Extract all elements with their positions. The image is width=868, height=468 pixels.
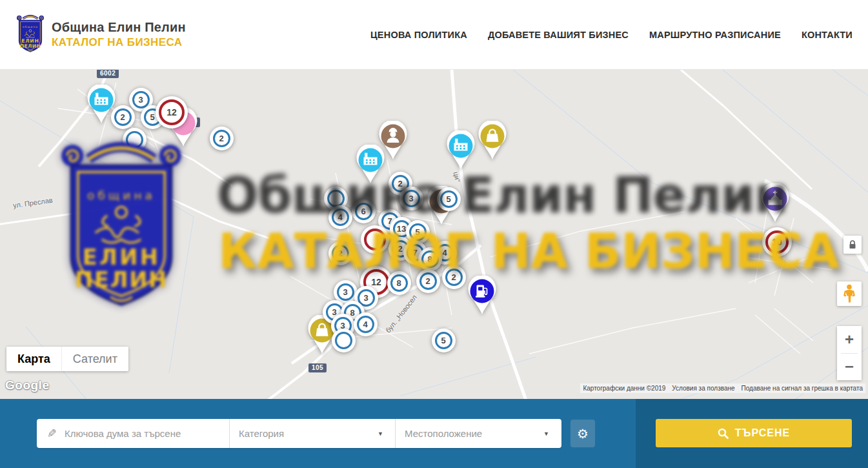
lock-icon <box>848 239 857 250</box>
road-label: 6002 <box>97 70 119 78</box>
header: община ЕЛИН ПЕЛИН Община Елин Пелин КАТА… <box>0 0 868 70</box>
cluster-marker[interactable] <box>361 225 389 254</box>
pegman-button[interactable] <box>837 281 862 306</box>
advanced-search-gear-button[interactable]: ⚙ <box>570 420 595 447</box>
category-select[interactable]: Категория ▼ <box>229 419 395 448</box>
cluster-marker[interactable]: 4 <box>328 205 352 229</box>
map-attribution: Картографски данни ©2019 Условия за полз… <box>580 383 865 393</box>
search-bar: ✎ Категория ▼ Местоположение ▼ ⚙ ТЪРСЕНЕ <box>0 399 868 468</box>
search-icon <box>718 428 729 439</box>
category-select-label: Категория <box>239 428 378 439</box>
nav-pricing-policy[interactable]: ЦЕНОВА ПОЛИТИКА <box>370 30 467 40</box>
chevron-down-icon: ▼ <box>543 431 549 437</box>
category-pin-bag[interactable] <box>476 121 509 163</box>
map-canvas[interactable]: 6002 105 ул. Преслав бул. „Новосел ци“ 3… <box>0 70 868 399</box>
cluster-marker[interactable]: 5 <box>432 329 456 352</box>
cluster-marker[interactable]: 8 <box>387 271 411 295</box>
map-type-control: Карта Сателит <box>6 347 128 371</box>
search-input-group: ✎ Категория ▼ Местоположение ▼ <box>37 419 561 448</box>
cluster-marker[interactable] <box>123 128 146 152</box>
location-select-label: Местоположение <box>405 428 543 439</box>
keyword-segment: ✎ <box>37 419 229 448</box>
zoom-control: + − <box>837 326 862 380</box>
pencil-icon: ✎ <box>47 427 57 441</box>
map-type-map-button[interactable]: Карта <box>6 347 61 371</box>
map-type-satellite-button[interactable]: Сателит <box>61 347 128 371</box>
zoom-out-button[interactable]: − <box>837 354 862 381</box>
cluster-marker[interactable]: 2 <box>328 241 352 265</box>
search-button[interactable]: ТЪРСЕНЕ <box>656 419 852 447</box>
gear-icon: ⚙ <box>577 427 589 441</box>
location-select[interactable]: Местоположение ▼ <box>395 419 561 448</box>
cluster-marker[interactable]: 2 <box>442 265 466 289</box>
svg-text:община: община <box>23 25 38 28</box>
cluster-marker[interactable]: 5 <box>437 187 461 211</box>
site-logo[interactable]: община ЕЛИН ПЕЛИН Община Елин Пелин КАТА… <box>15 14 186 55</box>
zoom-in-button[interactable]: + <box>837 326 862 353</box>
cluster-marker[interactable]: 4 <box>354 312 378 336</box>
cluster-marker[interactable]: 8 <box>418 247 442 271</box>
chevron-down-icon: ▼ <box>378 431 383 437</box>
municipality-crest-icon: община ЕЛИН ПЕЛИН <box>15 14 45 55</box>
svg-text:ЕЛИН: ЕЛИН <box>21 38 39 44</box>
cluster-marker[interactable] <box>332 329 356 352</box>
search-button-label: ТЪРСЕНЕ <box>735 427 790 439</box>
cluster-marker[interactable]: 2 <box>416 269 440 293</box>
cluster-marker[interactable]: 6 <box>352 199 376 223</box>
nav-add-your-business[interactable]: ДОБАВЕТЕ ВАШИЯТ БИЗНЕС <box>488 30 629 40</box>
cluster-marker[interactable]: 12 <box>156 96 188 128</box>
cluster-marker[interactable]: 3 <box>399 187 423 210</box>
attribution-copyright: Картографски данни ©2019 <box>583 385 665 392</box>
google-logo[interactable]: Google <box>5 378 49 392</box>
road-label: 105 <box>308 363 327 372</box>
attribution-terms-link[interactable]: Условия за ползване <box>672 385 734 392</box>
category-pin-factory[interactable] <box>444 130 478 173</box>
lock-button[interactable] <box>843 236 862 254</box>
main-nav: ЦЕНОВА ПОЛИТИКА ДОБАВЕТЕ ВАШИЯТ БИЗНЕС М… <box>370 0 853 70</box>
svg-text:ПЕЛИН: ПЕЛИН <box>20 43 41 49</box>
pegman-icon <box>843 284 855 303</box>
nav-contacts[interactable]: КОНТАКТИ <box>802 30 853 40</box>
attribution-report-error-link[interactable]: Подаване на сигнал за грешка в картата <box>742 385 863 392</box>
nav-route-schedule[interactable]: МАРШРУТНО РАЗПИСАНИЕ <box>649 30 781 40</box>
page: община ЕЛИН ПЕЛИН Община Елин Пелин КАТА… <box>0 0 868 468</box>
cluster-marker[interactable]: 10 <box>762 227 792 257</box>
category-pin-church[interactable] <box>758 183 792 226</box>
site-subtitle: КАТАЛОГ НА БИЗНЕСА <box>52 36 186 49</box>
cluster-marker[interactable]: 2 <box>210 127 234 150</box>
category-pin-fuel[interactable] <box>465 276 499 318</box>
cluster-marker[interactable]: 2 <box>111 105 135 129</box>
site-title: Община Елин Пелин <box>52 20 186 35</box>
keyword-search-input[interactable] <box>65 428 221 439</box>
category-pin-factory[interactable] <box>354 145 387 187</box>
